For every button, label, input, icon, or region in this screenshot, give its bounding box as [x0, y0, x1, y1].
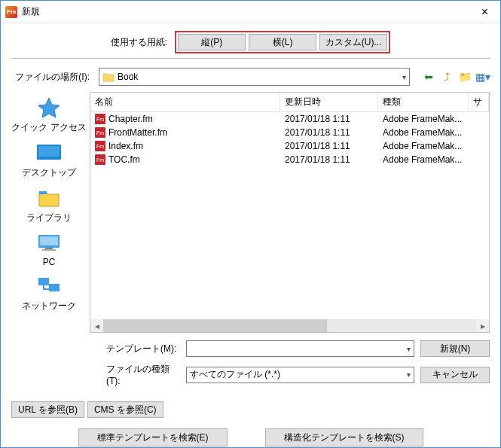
file-date: 2017/01/18 1:11 [285, 114, 383, 124]
place-label: クイック アクセス [11, 121, 86, 134]
col-name[interactable]: 名前 [90, 93, 280, 111]
landscape-button[interactable]: 横(L) [249, 34, 316, 50]
chevron-down-icon: ▾ [407, 370, 411, 379]
col-size[interactable]: サ [469, 93, 489, 111]
browse-url-button[interactable]: URL を参照(B) [11, 401, 84, 418]
fm-file-icon: Fm [95, 154, 105, 165]
file-name: Chapter.fm [108, 114, 153, 124]
pc-icon [35, 232, 63, 254]
cancel-button[interactable]: キャンセル [420, 367, 490, 383]
list-header: 名前 更新日時 種類 サ [90, 93, 489, 112]
chevron-down-icon: ▾ [402, 73, 406, 81]
search-structured-template-button[interactable]: 構造化テンプレートを検索(S) [265, 428, 423, 446]
up-icon[interactable]: ⤴ [440, 70, 454, 84]
place-library[interactable]: ライブラリ [26, 187, 72, 224]
place-label: デスクトップ [22, 166, 76, 179]
list-item[interactable]: FmIndex.fm 2017/01/18 1:11 Adobe FrameMa… [90, 139, 489, 153]
place-quick-access[interactable]: クイック アクセス [11, 96, 86, 134]
svg-rect-4 [40, 236, 58, 245]
list-item[interactable]: FmFrontMatter.fm 2017/01/18 1:11 Adobe F… [90, 126, 489, 139]
fm-file-icon: Fm [95, 141, 105, 151]
file-name: TOC.fm [108, 154, 140, 165]
list-body[interactable]: FmChapter.fm 2017/01/18 1:11 Adobe Frame… [90, 112, 489, 319]
scroll-thumb[interactable] [103, 319, 327, 332]
svg-rect-5 [45, 248, 53, 249]
file-type: Adobe FrameMak... [383, 141, 473, 151]
place-label: ネットワーク [22, 300, 76, 312]
filetype-value: すべてのファイル (*.*) [190, 368, 280, 381]
place-label: ライブラリ [26, 212, 72, 224]
place-pc[interactable]: PC [35, 232, 63, 267]
search-standard-template-button[interactable]: 標準テンプレートを検索(E) [78, 428, 228, 446]
back-icon[interactable]: ⬅ [422, 70, 435, 84]
filetype-select[interactable]: すべてのファイル (*.*) ▾ [186, 367, 414, 383]
col-date[interactable]: 更新日時 [280, 93, 378, 111]
custom-button[interactable]: カスタム(U)... [319, 34, 387, 50]
list-item[interactable]: FmTOC.fm 2017/01/18 1:11 Adobe FrameMak.… [90, 153, 489, 166]
window-title: 新規 [22, 5, 40, 18]
network-icon [35, 275, 63, 297]
library-icon [35, 187, 63, 209]
places-bar: クイック アクセス デスクトップ ライブラリ PC ネットワーク [11, 92, 87, 333]
paper-button-group: 縦(P) 横(L) カスタム(U)... [175, 31, 390, 53]
svg-rect-8 [49, 284, 60, 291]
col-type[interactable]: 種類 [378, 93, 469, 111]
view-menu-icon[interactable]: ▦▾ [476, 70, 490, 84]
file-date: 2017/01/18 1:11 [285, 154, 383, 165]
svg-rect-6 [42, 249, 56, 251]
chevron-down-icon[interactable]: ▾ [407, 345, 411, 353]
scroll-right-icon[interactable]: ▸ [476, 319, 489, 332]
template-field[interactable] [190, 343, 407, 354]
scroll-left-icon[interactable]: ◂ [90, 319, 103, 332]
new-folder-icon[interactable]: 📁 [458, 70, 472, 84]
scroll-track[interactable] [103, 319, 476, 332]
fm-file-icon: Fm [95, 127, 105, 138]
svg-rect-1 [38, 146, 60, 157]
template-label: テンプレート(M): [106, 343, 180, 355]
filetype-label: ファイルの種類(T): [106, 363, 180, 386]
file-date: 2017/01/18 1:11 [285, 127, 383, 138]
horizontal-scrollbar[interactable]: ◂ ▸ [90, 319, 489, 332]
file-name: Index.fm [108, 141, 143, 151]
file-list-pane: 名前 更新日時 種類 サ FmChapter.fm 2017/01/18 1:1… [90, 92, 490, 333]
paper-label: 使用する用紙: [111, 36, 167, 49]
location-label: ファイルの場所(I): [11, 71, 94, 84]
place-network[interactable]: ネットワーク [22, 275, 76, 312]
file-date: 2017/01/18 1:11 [285, 141, 383, 151]
file-type: Adobe FrameMak... [383, 154, 473, 165]
location-select[interactable]: Book ▾ [99, 68, 410, 86]
new-button[interactable]: 新規(N) [420, 340, 490, 357]
desktop-icon [35, 142, 63, 164]
close-icon[interactable]: × [474, 5, 496, 19]
place-label: PC [43, 257, 56, 267]
file-name: FrontMatter.fm [108, 127, 167, 138]
svg-rect-2 [39, 191, 47, 194]
place-desktop[interactable]: デスクトップ [22, 142, 76, 179]
svg-rect-7 [38, 278, 49, 285]
template-input[interactable]: ▾ [186, 340, 414, 357]
star-icon [35, 96, 63, 119]
portrait-button[interactable]: 縦(P) [178, 34, 246, 50]
fm-file-icon: Fm [95, 114, 105, 124]
file-type: Adobe FrameMak... [383, 127, 473, 138]
file-type: Adobe FrameMak... [383, 114, 473, 124]
folder-icon [102, 72, 115, 82]
browse-cms-button[interactable]: CMS を参照(C) [87, 401, 163, 418]
list-item[interactable]: FmChapter.fm 2017/01/18 1:11 Adobe Frame… [90, 112, 489, 126]
location-value: Book [118, 72, 138, 82]
app-icon: Fm [5, 6, 17, 18]
